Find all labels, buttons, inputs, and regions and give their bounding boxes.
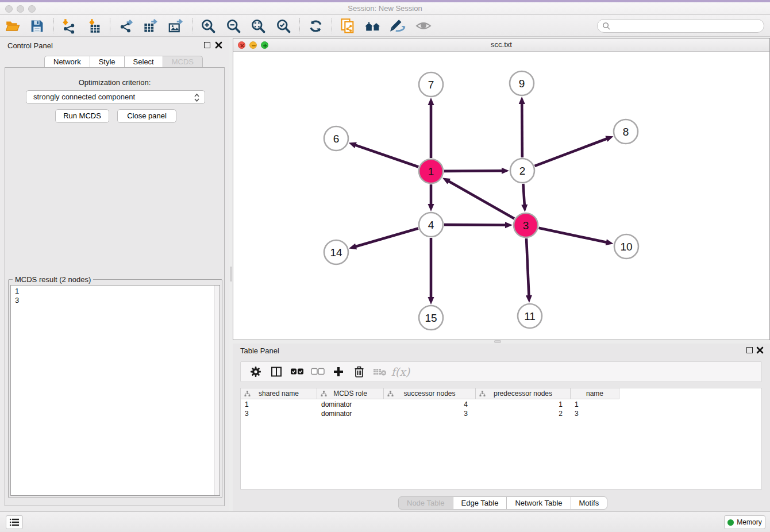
- network-home-button[interactable]: [363, 17, 383, 34]
- open-session-button[interactable]: [3, 17, 22, 34]
- application-window: Session: New Session: [0, 0, 770, 532]
- tab-node-table[interactable]: Node Table: [398, 496, 453, 510]
- import-network-button[interactable]: [59, 17, 78, 34]
- graph-edge-1-6[interactable]: [355, 145, 418, 167]
- zoom-fit-icon: [251, 18, 266, 34]
- table-cell[interactable]: 3: [241, 409, 317, 418]
- mcds-result-line: 1: [15, 287, 19, 296]
- table-cell[interactable]: 1: [476, 400, 571, 409]
- graph-edge-2-8[interactable]: [535, 138, 608, 166]
- criterion-value: strongly connected component: [33, 92, 135, 101]
- checked-boxes-icon: [290, 368, 304, 376]
- show-column-panel-button[interactable]: [266, 363, 287, 380]
- mcds-result-scrollbar[interactable]: [214, 286, 220, 495]
- column-header-shared-name[interactable]: shared name: [241, 388, 317, 399]
- graph-edge-1-2[interactable]: [444, 171, 503, 171]
- table-cell[interactable]: dominator: [317, 409, 384, 418]
- delete-table-button[interactable]: [369, 363, 390, 380]
- zoom-in-button[interactable]: [198, 17, 218, 34]
- zoom-selected-button[interactable]: [274, 17, 293, 34]
- search-input[interactable]: [611, 22, 764, 30]
- node-table[interactable]: shared nameMCDS rolesuccessor nodesprede…: [240, 388, 762, 489]
- close-panel-icon[interactable]: [215, 41, 222, 49]
- clone-network-button[interactable]: [338, 17, 357, 34]
- close-panel-button[interactable]: Close panel: [117, 109, 176, 123]
- add-column-button[interactable]: [328, 363, 349, 380]
- save-session-button[interactable]: [27, 17, 47, 34]
- task-history-button[interactable]: [6, 515, 23, 529]
- graph-node-label-8: 8: [623, 126, 629, 138]
- tab-mcds[interactable]: MCDS: [163, 56, 203, 68]
- home-icon: [364, 18, 382, 33]
- toolbar-separator: [192, 18, 193, 33]
- table-cell[interactable]: dominator: [317, 400, 384, 409]
- export-network-button[interactable]: [116, 17, 136, 34]
- export-image-button[interactable]: [165, 17, 185, 34]
- tab-select[interactable]: Select: [124, 56, 163, 68]
- graph-edge-3-11[interactable]: [526, 238, 529, 296]
- graph-node-label-1: 1: [428, 165, 434, 178]
- import-table-icon: [87, 18, 103, 34]
- graph-arrowhead-2-3: [521, 205, 528, 212]
- graph-edge-4-14[interactable]: [355, 228, 418, 246]
- show-hide-button[interactable]: [414, 17, 433, 34]
- table-cell[interactable]: 1: [571, 400, 619, 409]
- mcds-result-box[interactable]: 13: [10, 285, 220, 496]
- close-table-panel-icon[interactable]: [756, 346, 764, 354]
- graph-arrowhead-4-3: [505, 222, 513, 228]
- vertical-divider-handle[interactable]: [230, 267, 232, 282]
- column-header-MCDS-role[interactable]: MCDS role: [317, 388, 384, 399]
- import-table-button[interactable]: [85, 17, 105, 34]
- table-options-button[interactable]: [245, 363, 266, 380]
- graph-edge-2-3[interactable]: [523, 184, 524, 206]
- tab-network[interactable]: Network: [44, 56, 90, 68]
- tab-network-table[interactable]: Network Table: [506, 496, 571, 510]
- apply-function-button[interactable]: f(x): [390, 363, 411, 380]
- zoom-out-button[interactable]: [224, 17, 243, 34]
- column-header-label: successor nodes: [403, 390, 455, 398]
- horizontal-divider-handle[interactable]: [494, 340, 501, 343]
- column-header-successor-nodes[interactable]: successor nodes: [384, 388, 476, 399]
- tab-style[interactable]: Style: [90, 56, 125, 68]
- graph-edge-4-3[interactable]: [444, 225, 506, 225]
- tab-motifs[interactable]: Motifs: [571, 496, 608, 510]
- search-icon: [602, 22, 611, 30]
- table-cell[interactable]: 2: [476, 409, 571, 418]
- memory-status-icon: [727, 519, 734, 526]
- control-panel-tabs: NetworkStyleSelectMCDS: [44, 56, 203, 68]
- delete-columns-button[interactable]: [349, 363, 369, 380]
- update-view-button[interactable]: [306, 17, 325, 34]
- table-cell[interactable]: 3: [571, 409, 619, 418]
- float-table-panel-icon[interactable]: [746, 347, 753, 353]
- save-icon: [30, 19, 44, 33]
- table-row[interactable]: 1dominator411: [241, 400, 619, 409]
- graph-arrowhead-1-7: [428, 98, 434, 105]
- table-row[interactable]: 3dominator323: [241, 409, 619, 418]
- column-header-predecessor-nodes[interactable]: predecessor nodes: [476, 388, 571, 399]
- select-all-columns-button[interactable]: [287, 363, 307, 380]
- graph-edge-2-9[interactable]: [522, 103, 522, 157]
- apply-style-button[interactable]: [388, 17, 407, 34]
- graph-edge-3-10[interactable]: [539, 228, 607, 242]
- criterion-select[interactable]: strongly connected component: [26, 90, 205, 104]
- graph-edge-3-1[interactable]: [448, 181, 514, 219]
- deselect-all-columns-button[interactable]: [307, 363, 328, 380]
- column-header-label: MCDS role: [333, 390, 367, 398]
- graph-node-label-11: 11: [524, 310, 536, 322]
- optimization-criterion-label: Optimization criterion:: [5, 78, 224, 87]
- main-toolbar: [0, 15, 770, 37]
- table-cell[interactable]: 1: [241, 400, 317, 409]
- export-table-button[interactable]: [140, 17, 160, 34]
- zoom-fit-button[interactable]: [248, 17, 268, 34]
- column-header-name[interactable]: name: [571, 388, 619, 399]
- graph-svg: 7968124314101511: [233, 52, 769, 340]
- memory-button[interactable]: Memory: [724, 515, 765, 529]
- column-tree-icon: [387, 391, 394, 397]
- tab-edge-table[interactable]: Edge Table: [453, 496, 507, 510]
- plus-icon: [333, 366, 344, 377]
- table-cell[interactable]: 3: [384, 409, 476, 418]
- search-field-container: [597, 19, 764, 33]
- table-cell[interactable]: 4: [384, 400, 476, 409]
- run-mcds-button[interactable]: Run MCDS: [55, 109, 109, 123]
- float-panel-icon[interactable]: [204, 42, 210, 48]
